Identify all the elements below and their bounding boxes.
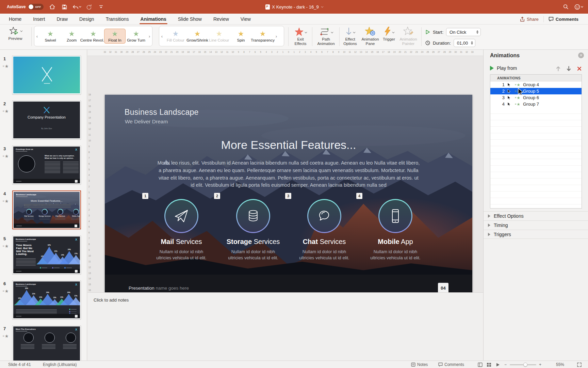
gallery-scroll-right-icon[interactable]: › bbox=[274, 34, 279, 39]
thumbnail-frame[interactable]: Meet The ExecutivesX bbox=[12, 325, 81, 361]
thumbnail-frame[interactable]: Greetings from usXWhat we see is only a … bbox=[12, 145, 81, 184]
language-selector[interactable]: English (Lithuania) bbox=[43, 361, 77, 368]
ruler-mark: 24 bbox=[419, 51, 425, 53]
feature-item[interactable]: Chat ServicesNullam id dolor id nibh ult… bbox=[292, 196, 357, 261]
effect-line-colour[interactable]: ★Line Colour bbox=[208, 29, 230, 44]
trigger-button[interactable]: Trigger bbox=[380, 27, 397, 42]
ruler-mark: 9 bbox=[336, 51, 342, 53]
slide-thumbnail-1[interactable]: 1★ bbox=[0, 56, 87, 94]
effect-swivel[interactable]: ★Swivel bbox=[40, 29, 61, 44]
tab-transitions[interactable]: Transitions bbox=[106, 14, 129, 24]
undo-icon[interactable] bbox=[73, 3, 80, 11]
save-icon[interactable] bbox=[61, 3, 68, 11]
ruler-mark: 6 bbox=[88, 231, 90, 234]
autosave-switch[interactable]: OFF bbox=[28, 4, 44, 10]
animation-pane-button[interactable]: Animation Pane bbox=[358, 27, 382, 46]
slide-body-text[interactable]: Morbi leo risus, elit. Vestibulum id Aen… bbox=[157, 159, 420, 189]
animation-item-group-6[interactable]: 3★Group 6 bbox=[490, 94, 582, 101]
search-icon[interactable] bbox=[562, 3, 570, 11]
preview-button[interactable]: Preview bbox=[3, 27, 27, 41]
play-from-button[interactable]: Play from bbox=[490, 65, 517, 71]
move-up-icon[interactable] bbox=[555, 65, 561, 72]
slide-thumbnail-4[interactable]: 4★ Business LandscapeMore Essential Feat… bbox=[0, 190, 87, 229]
effect-float-in[interactable]: ★Float In bbox=[104, 29, 126, 44]
notes-toggle[interactable]: Notes bbox=[411, 361, 428, 368]
thumbnail-frame[interactable] bbox=[12, 56, 81, 94]
notes-area[interactable]: Click to add notes bbox=[87, 292, 483, 361]
thumbnail-frame[interactable]: Business LandscapeX12%32%21%14%24%13%14%… bbox=[12, 280, 81, 319]
effect-options-button[interactable]: Effect Options bbox=[340, 27, 360, 46]
comments-button[interactable]: Comments bbox=[544, 14, 583, 25]
pane-section-effect-options[interactable]: Effect Options bbox=[484, 211, 588, 220]
duration-stepper[interactable]: 01,00 bbox=[454, 39, 475, 47]
effect-centre-revol-[interactable]: ★Centre Revol... bbox=[82, 29, 104, 44]
account-icon[interactable] bbox=[575, 3, 583, 11]
slide-thumbnail-5[interactable]: 5★Business LandscapeXTime Moves Fast. Bu… bbox=[0, 235, 87, 274]
autosave-toggle[interactable]: AutoSave OFF bbox=[7, 4, 44, 10]
slideshow-view-icon[interactable] bbox=[495, 361, 500, 368]
tab-animations[interactable]: Animations bbox=[141, 14, 166, 24]
gallery-scroll-left-icon[interactable]: ‹ bbox=[34, 34, 40, 39]
normal-view-icon[interactable] bbox=[478, 361, 483, 368]
pane-section-triggers[interactable]: Triggers bbox=[484, 230, 588, 239]
thumbnail-frame[interactable]: Company PresentationBy John Doe bbox=[12, 101, 81, 139]
slide-canvas[interactable]: Business Landscape We Deliver Dream More… bbox=[105, 95, 472, 302]
effect-spin[interactable]: ★Spin bbox=[230, 29, 252, 44]
pane-section-timing[interactable]: Timing bbox=[484, 220, 588, 230]
slide-thumbnail-7[interactable]: 7★Meet The ExecutivesX bbox=[0, 325, 87, 361]
animation-item-group-4[interactable]: 1★Group 4 bbox=[490, 81, 582, 88]
ruler-mark: 15 bbox=[88, 283, 91, 286]
effect-zoom[interactable]: ★Zoom bbox=[61, 29, 82, 44]
tab-view[interactable]: View bbox=[241, 14, 251, 24]
duration-clock-icon bbox=[425, 41, 430, 45]
slide-thumbnail-2[interactable]: 2★Company PresentationBy John Doe bbox=[0, 101, 87, 139]
tab-home[interactable]: Home bbox=[9, 14, 21, 24]
zoom-in-icon[interactable]: + bbox=[539, 361, 541, 368]
slide-title[interactable]: Business Landscape bbox=[125, 108, 199, 117]
ruler-mark: 9 bbox=[88, 249, 90, 251]
tab-review[interactable]: Review bbox=[213, 14, 229, 24]
thumbnail-frame[interactable]: Business LandscapeXTime Moves Fast. But … bbox=[12, 235, 81, 274]
exit-effects-button[interactable]: Exit Effects bbox=[290, 27, 311, 46]
share-button[interactable]: Share bbox=[515, 14, 543, 25]
delete-animation-icon[interactable] bbox=[576, 65, 582, 72]
customize-toolbar-icon[interactable] bbox=[97, 3, 105, 11]
start-dropdown[interactable]: On Click bbox=[446, 28, 481, 36]
close-icon[interactable]: ✕ bbox=[578, 52, 584, 58]
gallery-scroll-right-icon[interactable]: › bbox=[147, 34, 152, 39]
fit-to-window-icon[interactable] bbox=[577, 361, 582, 368]
effect-transparency[interactable]: ★Transparency bbox=[252, 29, 274, 44]
comments-toggle[interactable]: Comments bbox=[438, 361, 464, 368]
slide-sorter-icon[interactable] bbox=[487, 361, 491, 368]
slide-thumbnail-3[interactable]: 3★Greetings from usXWhat we see is only … bbox=[0, 145, 87, 184]
effect-grow-shrink[interactable]: ★Grow/Shrink bbox=[186, 29, 208, 44]
feature-item[interactable]: Mobile AppNullam id dolor id nibh ultric… bbox=[363, 196, 428, 261]
zoom-slider-knob[interactable] bbox=[523, 363, 527, 367]
tab-design[interactable]: Design bbox=[79, 14, 94, 24]
slide-headline[interactable]: More Essential Features... bbox=[105, 138, 472, 152]
tab-slide-show[interactable]: Slide Show bbox=[178, 14, 202, 24]
effect-fill-colour[interactable]: ★Fill Colour bbox=[165, 29, 186, 44]
thumbnail-frame[interactable]: Business LandscapeMore Essential Feature… bbox=[12, 190, 81, 229]
tab-draw[interactable]: Draw bbox=[56, 14, 68, 24]
home-icon[interactable] bbox=[48, 3, 56, 11]
svg-text:32%: 32% bbox=[25, 288, 28, 289]
animation-item-group-5[interactable]: 2★Group 5 bbox=[490, 88, 582, 94]
zoom-percentage[interactable]: 55% bbox=[556, 361, 564, 368]
tab-insert[interactable]: Insert bbox=[33, 14, 45, 24]
feature-item[interactable]: Storage ServicesNullam id dolor id nibh … bbox=[221, 196, 285, 261]
gallery-scroll-left-icon[interactable]: ‹ bbox=[159, 34, 165, 39]
slide-subtitle[interactable]: We Deliver Dream bbox=[125, 119, 168, 125]
path-animation-button[interactable]: Path Animation bbox=[314, 27, 338, 46]
zoom-out-icon[interactable]: − bbox=[504, 361, 507, 368]
zoom-slider[interactable] bbox=[510, 361, 536, 368]
slide-thumbnail-6[interactable]: 6★Business LandscapeX12%32%21%14%24%13%1… bbox=[0, 280, 87, 319]
feature-item[interactable]: Mail ServicesNullam id dolor id nibh ult… bbox=[149, 196, 214, 261]
effect-grow-turn[interactable]: ★Grow Turn bbox=[126, 29, 147, 44]
animation-item-group-7[interactable]: 4★Group 7 bbox=[490, 101, 582, 107]
entrance-effects-gallery: ‹★Swivel★Zoom★Centre Revol...★Float In★G… bbox=[34, 26, 152, 46]
notes-placeholder[interactable]: Click to add notes bbox=[94, 297, 129, 303]
redo-icon[interactable] bbox=[85, 3, 93, 11]
move-down-icon[interactable] bbox=[566, 65, 572, 72]
ruler-mark: 5 bbox=[88, 226, 90, 228]
